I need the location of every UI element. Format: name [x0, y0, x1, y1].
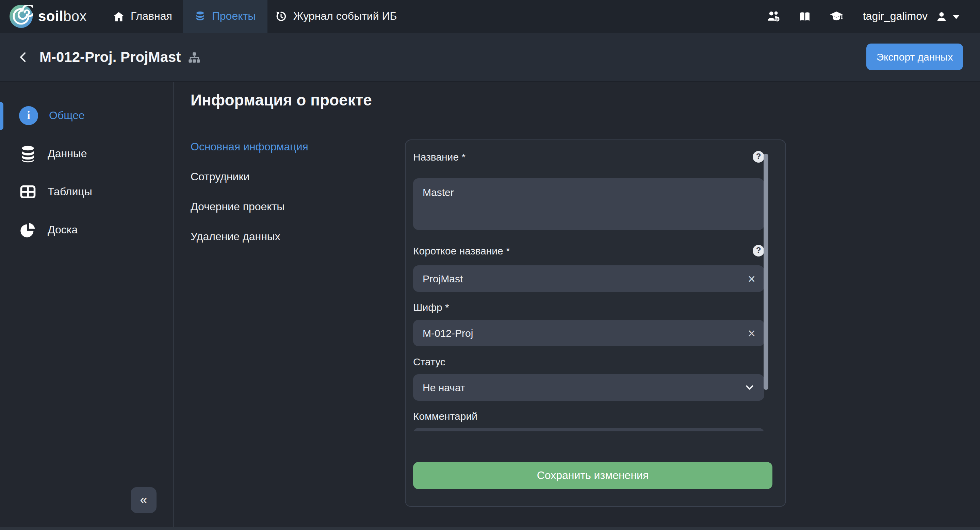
chevron-down-icon	[745, 382, 755, 393]
sitemap-icon[interactable]	[188, 51, 200, 63]
nav-tab-label: Главная	[130, 10, 172, 22]
comment-label-row: Комментарий	[413, 409, 764, 422]
table-icon	[19, 183, 37, 201]
sidebar-item-tables[interactable]: Таблицы	[0, 178, 173, 205]
sidebar-item-label: Данные	[48, 148, 87, 160]
title-bar: M-012-Proj. ProjMast Экспорт данных	[0, 33, 980, 82]
subnav-item-child-projects[interactable]: Дочерние проекты	[191, 200, 308, 214]
sidebar-item-label: Таблицы	[48, 186, 92, 198]
book-icon[interactable]	[798, 10, 811, 23]
short-name-label-row: Короткое название * ?	[413, 244, 764, 257]
code-label: Шифр *	[413, 301, 449, 313]
spiral-logo-icon	[10, 5, 33, 28]
project-info-card: Название * ? Master Короткое название * …	[405, 140, 786, 507]
nav-tab-home[interactable]: Главная	[113, 0, 172, 33]
app-root: soilbox Главная Проекты	[0, 0, 980, 530]
comment-textarea[interactable]	[413, 428, 764, 432]
bottom-edge-strip	[0, 527, 980, 530]
info-circle-icon: i	[19, 106, 38, 125]
comment-label: Комментарий	[413, 410, 477, 422]
history-icon	[275, 10, 287, 22]
status-label: Статус	[413, 355, 445, 367]
export-data-button[interactable]: Экспорт данных	[866, 44, 963, 70]
top-nav: soilbox Главная Проекты	[0, 0, 980, 33]
brand-name: soilbox	[38, 8, 87, 24]
nav-tab-label: Журнал событий ИБ	[293, 10, 397, 22]
page-title: M-012-Proj. ProjMast	[40, 49, 181, 65]
database-icon	[195, 11, 206, 22]
home-icon	[113, 11, 124, 22]
sidebar-collapse-button[interactable]: «	[130, 487, 156, 513]
sidebar-item-board[interactable]: Доска	[0, 216, 173, 244]
name-textarea[interactable]: Master	[413, 178, 764, 230]
clear-x-icon[interactable]: ×	[748, 327, 756, 340]
sidebar-item-general[interactable]: i Общее	[0, 102, 173, 129]
clear-x-icon[interactable]: ×	[748, 272, 756, 285]
database-icon	[19, 145, 37, 163]
nav-tab-label: Проекты	[212, 10, 256, 22]
back-button[interactable]	[18, 33, 29, 82]
nav-tab-event-log[interactable]: Журнал событий ИБ	[275, 0, 397, 33]
caret-down-icon[interactable]	[953, 14, 959, 22]
graduation-cap-icon[interactable]	[829, 10, 844, 23]
sidebar-item-data[interactable]: Данные	[0, 140, 173, 167]
brand-logo[interactable]: soilbox	[10, 0, 87, 33]
code-label-row: Шифр *	[413, 300, 764, 314]
form-scroll-area: Название * ? Master Короткое название * …	[413, 150, 764, 432]
chart-pie-icon	[19, 221, 37, 239]
question-help-icon[interactable]: ?	[753, 244, 764, 256]
subnav-item-employees[interactable]: Сотрудники	[191, 170, 308, 184]
subnav-item-basic-info[interactable]: Основная информация	[191, 140, 308, 154]
username-label[interactable]: tagir_galimov	[863, 10, 928, 22]
nav-right-cluster: tagir_galimov	[766, 0, 959, 33]
status-selected-value: Не начат	[423, 382, 465, 393]
subnav-item-data-deletion[interactable]: Удаление данных	[191, 230, 308, 244]
collapse-double-chevron-icon: «	[140, 493, 147, 508]
users-gear-icon[interactable]	[766, 10, 781, 23]
question-help-icon[interactable]: ?	[753, 151, 764, 162]
name-label-row: Название * ?	[413, 150, 764, 163]
form-scrollbar-thumb[interactable]	[764, 154, 768, 390]
code-field: ×	[413, 320, 764, 346]
sidebar-item-label: Общее	[49, 109, 85, 122]
sidebar-item-label: Доска	[48, 224, 78, 236]
short-name-label: Короткое название *	[413, 244, 510, 256]
status-select[interactable]: Не начат	[413, 374, 764, 401]
sidebar: i Общее Данные Таблицы	[0, 83, 173, 530]
chevron-left-icon	[18, 50, 29, 65]
status-label-row: Статус	[413, 354, 764, 368]
short-name-input[interactable]	[413, 265, 764, 292]
name-label: Название *	[413, 151, 466, 162]
nav-tab-projects[interactable]: Проекты	[183, 0, 267, 33]
title-wrap: M-012-Proj. ProjMast	[40, 33, 200, 82]
short-name-field: ×	[413, 265, 764, 292]
save-changes-button[interactable]: Сохранить изменения	[413, 462, 772, 489]
subnav: Основная информация Сотрудники Дочерние …	[191, 140, 308, 244]
section-heading: Информация о проекте	[191, 91, 372, 109]
code-input[interactable]	[413, 320, 764, 346]
user-icon[interactable]	[936, 11, 947, 22]
